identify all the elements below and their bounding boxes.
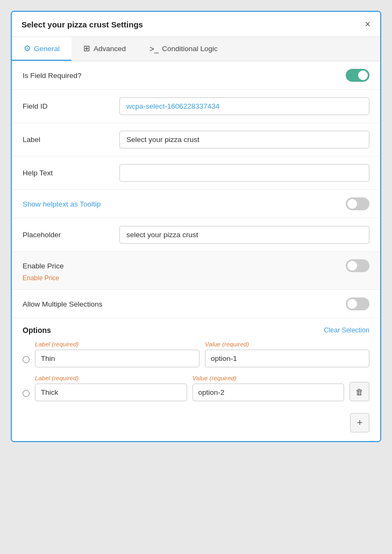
allow-multiple-toggle[interactable]	[346, 297, 369, 310]
allow-multiple-row: Allow Multiple Selections	[12, 290, 380, 318]
option-2-value-group: Value (required)	[193, 375, 345, 401]
option-row-1: Label (required) Value (required)	[23, 341, 369, 367]
options-header: Options Clear Selection	[23, 326, 369, 335]
modal-body: Is Field Required? Field ID Label Help T…	[12, 61, 380, 441]
placeholder-row: Placeholder	[12, 218, 380, 252]
options-title: Options	[23, 326, 51, 335]
sliders-icon: ⊞	[83, 44, 90, 53]
option-1-label-header: Label (required)	[35, 341, 199, 347]
help-text-row: Help Text	[12, 157, 380, 190]
option-radio-1[interactable]	[23, 356, 30, 363]
options-section: Options Clear Selection Label (required)	[12, 318, 380, 401]
modal-container: Select your pizza crust Settings × ⚙ Gen…	[11, 11, 381, 442]
option-2-delete-button[interactable]: 🗑	[350, 382, 369, 401]
help-text-label: Help Text	[23, 169, 119, 177]
show-tooltip-label: Show helptext as Tooltip	[23, 200, 119, 208]
field-required-label: Is Field Required?	[23, 72, 119, 80]
help-text-input[interactable]	[119, 164, 369, 182]
tab-advanced[interactable]: ⊞ Advanced	[72, 37, 138, 61]
close-button[interactable]: ×	[365, 19, 370, 29]
option-2-value-input[interactable]	[193, 383, 345, 401]
option-2-label-input[interactable]	[35, 383, 187, 401]
option-row-2: Label (required) Value (required)	[23, 375, 369, 401]
gear-icon: ⚙	[24, 44, 31, 53]
placeholder-label: Placeholder	[23, 231, 119, 239]
show-tooltip-row: Show helptext as Tooltip	[12, 190, 380, 218]
option-2-label-group: Label (required)	[35, 375, 187, 401]
option-1-value-group: Value (required)	[205, 341, 369, 367]
option-1-value-header: Value (required)	[205, 341, 369, 347]
label-label: Label	[23, 136, 119, 144]
option-1-label-input[interactable]	[35, 350, 199, 367]
toggle-slider-required	[346, 69, 369, 82]
allow-multiple-label: Allow Multiple Selections	[23, 300, 119, 308]
field-id-row: Field ID	[12, 90, 380, 123]
show-tooltip-toggle[interactable]	[346, 197, 369, 210]
option-1-value-input[interactable]	[205, 350, 369, 367]
option-radio-2[interactable]	[23, 390, 30, 397]
field-required-row: Is Field Required?	[12, 61, 380, 90]
enable-price-toggle[interactable]	[346, 259, 369, 272]
option-2-value-header: Value (required)	[193, 375, 345, 381]
toggle-slider-tooltip	[346, 197, 369, 210]
placeholder-input[interactable]	[119, 226, 369, 244]
add-option-button[interactable]: +	[350, 413, 369, 432]
enable-price-label: Enable Price	[23, 262, 119, 270]
option-1-label-group: Label (required)	[35, 341, 199, 367]
tab-general[interactable]: ⚙ General	[12, 37, 72, 61]
tabs-bar: ⚙ General ⊞ Advanced >_ Conditional Logi…	[12, 37, 380, 61]
modal-header: Select your pizza crust Settings ×	[12, 12, 380, 37]
add-option-row: +	[12, 409, 380, 441]
modal-title: Select your pizza crust Settings	[22, 20, 143, 29]
toggle-slider-price	[346, 259, 369, 272]
field-required-toggle[interactable]	[346, 69, 369, 82]
label-input[interactable]	[119, 131, 369, 148]
tab-conditional-label: Conditional Logic	[162, 45, 218, 53]
code-icon: >_	[149, 44, 159, 53]
toggle-slider-multiple	[346, 297, 369, 310]
clear-selection-button[interactable]: Clear Selection	[324, 326, 369, 334]
tab-conditional[interactable]: >_ Conditional Logic	[138, 37, 230, 61]
enable-price-sub-label: Enable Price	[23, 274, 59, 282]
label-row: Label	[12, 123, 380, 157]
option-2-label-header: Label (required)	[35, 375, 187, 381]
field-id-label: Field ID	[23, 102, 119, 110]
enable-price-row: Enable Price Enable Price	[12, 252, 380, 290]
tab-advanced-label: Advanced	[94, 45, 126, 53]
tab-general-label: General	[34, 45, 60, 53]
field-id-input[interactable]	[119, 97, 369, 115]
